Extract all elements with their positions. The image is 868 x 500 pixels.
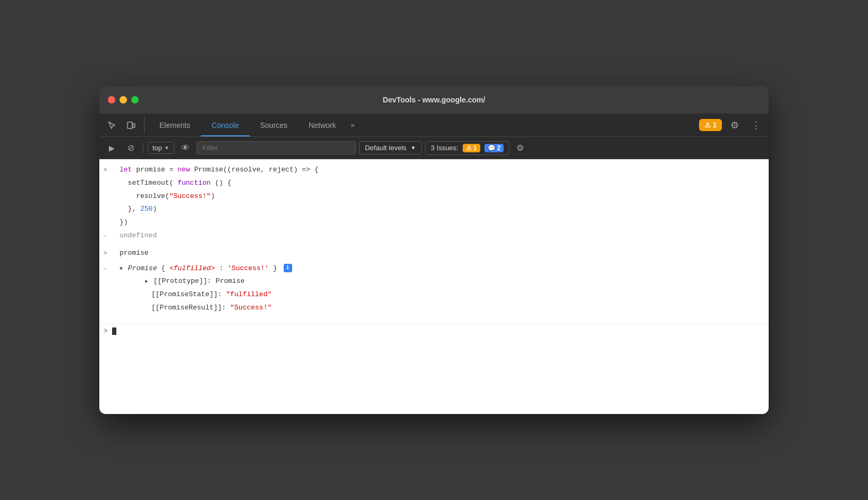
- console-input-line-4: }, 250): [99, 203, 769, 216]
- code-line-5: }): [120, 217, 764, 228]
- info-icon[interactable]: i: [284, 264, 292, 272]
- more-tabs-button[interactable]: »: [346, 114, 359, 136]
- console-output-promise: ← ▼ Promise { <fulfilled> : 'Success!' }…: [99, 262, 769, 275]
- console-promisestate-line: [[PromiseState]]: "fulfilled": [99, 288, 769, 301]
- main-tabs: Elements Console Sources Network »: [149, 114, 699, 136]
- console-output-undefined: ← undefined: [99, 229, 769, 243]
- spacer3: [99, 315, 769, 323]
- console-input-line-5: }): [99, 216, 769, 229]
- chat-icon: 💬: [488, 144, 496, 152]
- levels-chevron-icon: ▼: [411, 145, 416, 151]
- inspect-element-button[interactable]: [104, 117, 121, 134]
- minimize-button[interactable]: [120, 96, 127, 104]
- settings-button[interactable]: ⚙: [726, 117, 743, 134]
- console-input-line-1: > let promise = new Promise((resolve, re…: [99, 163, 769, 177]
- eye-icon: 👁: [181, 143, 190, 153]
- device-toolbar-button[interactable]: [123, 117, 140, 134]
- undefined-value: undefined: [120, 231, 157, 239]
- warning-icon: ⚠: [704, 121, 711, 129]
- expand-prototype-button[interactable]: ►: [145, 279, 148, 285]
- input-arrow-2: >: [104, 249, 107, 258]
- window-title: DevTools - www.google.com/: [383, 96, 486, 104]
- tab-sources[interactable]: Sources: [250, 114, 298, 136]
- issues-count-button[interactable]: 3 Issues: ⚠ 1 💬 2: [425, 141, 509, 155]
- console-promiseresult-line: [[PromiseResult]]: "Success!": [99, 301, 769, 315]
- traffic-lights: [108, 96, 139, 104]
- log-levels-button[interactable]: Default levels ▼: [359, 141, 422, 154]
- code-line-2: setTimeout( function () {: [120, 178, 764, 189]
- devtools-window: DevTools - www.google.com/ Elements Cons…: [99, 86, 769, 414]
- input-prompt: >: [104, 326, 108, 337]
- promise-object-label: Promise: [128, 264, 161, 272]
- tab-elements[interactable]: Elements: [149, 114, 201, 136]
- cursor: [112, 327, 116, 335]
- close-button[interactable]: [108, 96, 115, 104]
- titlebar: DevTools - www.google.com/: [99, 86, 769, 114]
- expand-promise-button[interactable]: ▼: [120, 266, 123, 272]
- svg-rect-1: [133, 124, 135, 127]
- device-icon: [127, 121, 135, 130]
- console-toolbar: ▶ ⊘ top ▼ 👁 Default levels ▼ 3 Issues: ⚠…: [99, 137, 769, 159]
- output-arrow-2: ←: [104, 264, 107, 274]
- console-input-promise: > promise: [99, 247, 769, 260]
- context-selector[interactable]: top ▼: [148, 142, 174, 154]
- console-gear-icon: ⚙: [516, 143, 524, 153]
- block-button[interactable]: ⊘: [123, 141, 139, 156]
- tab-network[interactable]: Network: [298, 114, 346, 136]
- info-count-badge: 💬 2: [484, 144, 504, 152]
- console-input-line-2: setTimeout( function () {: [99, 177, 769, 190]
- console-settings-button[interactable]: ⚙: [513, 141, 527, 156]
- console-prototype-line: ► [[Prototype]]: Promise: [99, 275, 769, 288]
- tab-console[interactable]: Console: [201, 114, 249, 136]
- code-line-promise: promise: [120, 248, 764, 259]
- code-line-1: let promise = new Promise((resolve, reje…: [120, 165, 764, 176]
- console-output: > let promise = new Promise((resolve, re…: [99, 159, 769, 414]
- svg-rect-0: [127, 122, 132, 128]
- output-arrow-1: ←: [104, 231, 107, 241]
- eye-button[interactable]: 👁: [177, 141, 193, 156]
- spacer: [99, 243, 769, 247]
- warning-count-badge: ⚠ 1: [463, 144, 480, 152]
- console-input-line-3: resolve("Success!"): [99, 190, 769, 203]
- console-input-area[interactable]: >: [99, 323, 769, 339]
- code-line-3: resolve("Success!"): [120, 191, 764, 202]
- warn-icon: ⚠: [466, 144, 472, 152]
- more-options-button[interactable]: ⋮: [747, 117, 764, 134]
- code-line-4: }, 250): [120, 204, 764, 215]
- execute-button[interactable]: ▶: [104, 141, 120, 156]
- tabs-right-actions: ⚠ 1 ⚙ ⋮: [699, 117, 764, 134]
- tab-icons: [104, 117, 144, 134]
- cursor-icon: [108, 121, 116, 130]
- input-arrow-1: >: [104, 166, 107, 175]
- maximize-button[interactable]: [131, 96, 139, 104]
- filter-input[interactable]: [197, 141, 356, 154]
- issues-badge-button[interactable]: ⚠ 1: [699, 119, 722, 131]
- chevron-down-icon: ▼: [164, 145, 169, 151]
- toolbar-divider-1: [143, 143, 143, 153]
- block-icon: ⊘: [127, 143, 134, 153]
- tabs-bar: Elements Console Sources Network » ⚠ 1 ⚙: [99, 114, 769, 137]
- execute-icon: ▶: [109, 144, 115, 152]
